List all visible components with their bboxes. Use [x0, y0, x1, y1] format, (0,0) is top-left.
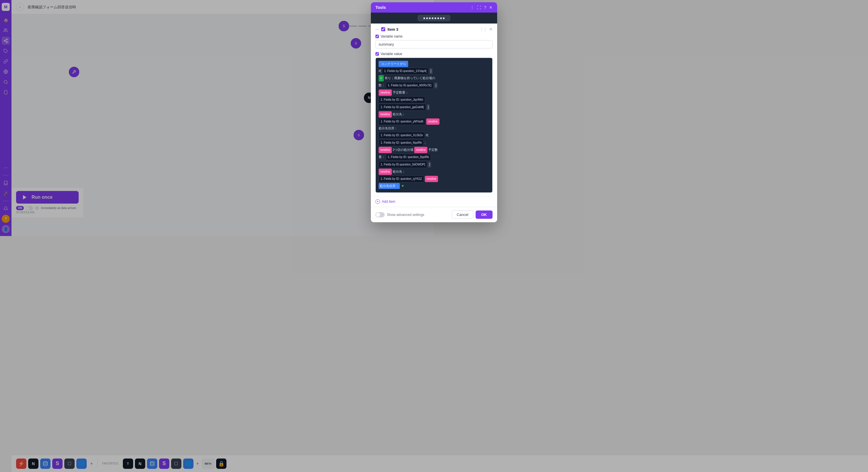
item-3-section: — Item 3 ⋮⋮ ✕ Variable name Variable val… — [371, 24, 434, 196]
variable-name-label: Variable name — [375, 34, 434, 38]
add-item-icon: + — [375, 199, 380, 204]
variable-value-editor[interactable]: `コンクリートがら` if( 1. Fields by ID.question_… — [375, 58, 434, 193]
item-3-header: — Item 3 ⋮⋮ ✕ — [375, 27, 434, 32]
add-item-label: Add item — [382, 200, 395, 204]
dialog-footer: Show advanced settings Cancel OK — [371, 207, 434, 222]
item-3-title: Item 3 — [388, 27, 434, 32]
variable-name-checkbox[interactable] — [375, 35, 379, 38]
dialog-overlay: Tools ⋮ ⛶ ? ✕ ■ ■ ■ ■ ■ ■ ■ ■ — Item 3 ⋮… — [0, 0, 434, 236]
variable-value-checkbox[interactable] — [375, 52, 379, 56]
item-3-checkbox[interactable] — [381, 27, 385, 31]
add-item-row[interactable]: + Add item — [371, 196, 434, 207]
advanced-toggle-switch[interactable] — [375, 212, 384, 217]
dialog-body: ■ ■ ■ ■ ■ ■ ■ ■ — Item 3 ⋮⋮ ✕ Variable n… — [371, 12, 434, 207]
variable-name-field-label: Variable name — [381, 34, 403, 38]
variable-value-label: Variable value — [375, 52, 434, 56]
advanced-settings-label: Show advanced settings — [387, 213, 424, 217]
top-field: ■ ■ ■ ■ ■ ■ ■ ■ — [417, 15, 434, 21]
item-collapse-icon[interactable]: — — [375, 27, 379, 31]
tools-dialog: Tools ⋮ ⛶ ? ✕ ■ ■ ■ ■ ■ ■ ■ ■ — Item 3 ⋮… — [371, 2, 434, 222]
variable-name-input[interactable] — [375, 40, 434, 48]
advanced-settings-toggle: Show advanced settings — [375, 212, 424, 217]
dialog-top-section: ■ ■ ■ ■ ■ ■ ■ ■ — [371, 12, 434, 24]
variable-value-field-label: Variable value — [381, 52, 402, 56]
dialog-title: Tools — [375, 5, 386, 10]
dialog-header: Tools ⋮ ⛶ ? ✕ — [371, 2, 434, 12]
